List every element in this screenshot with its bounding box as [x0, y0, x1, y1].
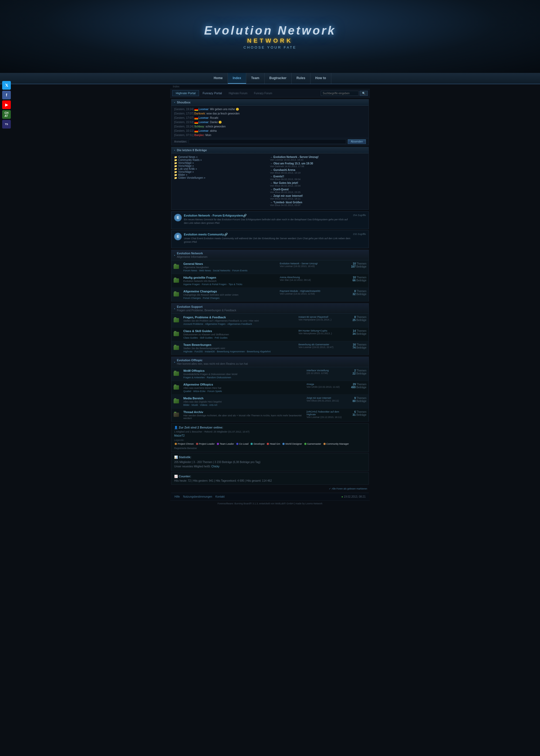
forum-sub-forumevents[interactable]: Forum Events [232, 269, 247, 272]
forum-last-title-changelogs[interactable]: Payment Module - Highrate/Instant/ID [280, 290, 339, 293]
last8-item-communityraids[interactable]: 📁Community Raids » [174, 159, 270, 162]
forum-info-archiv: Thread Archiv Hier werden Beiträge Archi… [181, 409, 305, 422]
search-input[interactable] [321, 91, 358, 96]
forum-sub-videos[interactable]: Videos [200, 404, 207, 406]
forum-sub-allgemeinefragen[interactable]: Allgemeine Fragen [205, 323, 226, 325]
forum-sub-bilder[interactable]: Bilder [183, 404, 190, 406]
forum-desc-faq: Evolution Network Info Bereich [183, 280, 275, 283]
forum-sub-forumportalfragen[interactable]: Forum & Portal Fragen [202, 283, 227, 286]
facebook-button[interactable]: f [2, 91, 11, 99]
last8-item-lobundkritik[interactable]: 📁Lob und Kritik » [174, 168, 270, 170]
forum-sub-tipstricks[interactable]: Tips & Tricks [228, 283, 242, 286]
last8-post-title-6[interactable]: → Duell-Quest [270, 188, 366, 191]
forum-sub-portalchanges[interactable]: Portal Changes [203, 297, 219, 300]
forum-title-media[interactable]: Media Bereich [183, 397, 302, 400]
forum-title-generalnews[interactable]: General News [183, 262, 275, 265]
nav-howto[interactable]: How to [311, 73, 331, 84]
forum-sub-forumnews[interactable]: Forum News [183, 269, 197, 272]
last8-post-title-3[interactable]: → Gurubashi Arena [270, 169, 366, 172]
forum-sub-skillguides[interactable]: Skill Guides [200, 336, 213, 339]
nav-rules[interactable]: Rules [292, 73, 311, 84]
forum-sub-forumchanges[interactable]: Forum Changes [183, 297, 201, 300]
shoutbox-submit[interactable]: Absenden [348, 139, 366, 144]
forum-last-title-archiv[interactable]: [ARCHIV] Todesnitter auf dem Highrate [307, 410, 347, 416]
forum-last-title-guides[interactable]: BH Hunter Strkung+Cuphs [298, 329, 343, 332]
forum-sub-musik[interactable]: Musik [192, 404, 198, 406]
mark-all-button[interactable]: ✓ Alle Foren als gelesen markieren [329, 487, 367, 490]
forum-sub-quattel[interactable]: Quattel [183, 390, 191, 393]
teamspeak-button[interactable]: TS [2, 120, 11, 129]
forum-title-fragen[interactable]: Fragen, Probleme & Feedback [183, 315, 294, 319]
ann-title-2[interactable]: Evolution meets Community🔗 [184, 233, 351, 236]
forum-sub-witzecke[interactable]: Witze-Ecke [193, 390, 206, 393]
nav-team[interactable]: Team [246, 73, 264, 84]
portal-tab-highrate[interactable]: Highrate Portal [172, 90, 199, 96]
forum-last-title-bewerbungen[interactable]: Bewerbung als Gamemaster [298, 343, 343, 346]
last8-item-gildenvorstellungen[interactable]: 📁Gilden Vorstellungen » [174, 176, 270, 179]
shoutbox-header: Shoutbox [172, 99, 368, 106]
folder-icon-wow [174, 372, 179, 376]
last8-post-title-4[interactable]: → Events!! [270, 175, 366, 178]
search-button[interactable]: 🔍 [360, 91, 368, 96]
last8-item-bilder[interactable]: 📁Bilder » [174, 173, 270, 176]
forum-sub-pveguides[interactable]: PvE Guides [215, 336, 228, 339]
last8-post-title-7[interactable]: → Zeigt mir euer Internet! [270, 194, 366, 197]
footer-link-hilfe[interactable]: Hilfe [175, 495, 180, 498]
forum-threads-generalnews: 10 [353, 262, 356, 265]
last8-item-vorschlaege3[interactable]: 📁Vorschläge » [174, 170, 270, 173]
forum-threads-media: 9 [354, 397, 356, 400]
forum-title-bewerbungen[interactable]: Team Bewerbungen [183, 343, 294, 346]
forum-sub-socialnetworks[interactable]: Social Networks [213, 269, 230, 272]
last8-post-title-8[interactable]: → *Limited- lässt Grüßen [270, 201, 366, 204]
nav-index[interactable]: Index [228, 73, 246, 84]
forum-sub-randomdiskuss[interactable]: Random Diskussionen [207, 376, 231, 379]
forum-last-title-allgofftopic[interactable]: #mega [307, 383, 347, 386]
forum-sub-highrate[interactable]: Highrate [183, 350, 193, 353]
forum-sub-fragenantw[interactable]: Fragen & Antworten [183, 376, 205, 379]
last8-post-title-1[interactable]: → Evolution Network - Server Umzug! [270, 156, 366, 159]
footer-link-nutzung[interactable]: Nutzungsbestimmungen [183, 495, 212, 498]
stats-title: 📊 Statistik: [174, 455, 366, 459]
forum-sub-instant30[interactable]: Instant30 [205, 350, 215, 353]
nav-home[interactable]: Home [209, 73, 228, 84]
forum-title-faq[interactable]: Häufig gestellte Fragen [183, 276, 275, 279]
forum-sub-allgemeinesfeedback[interactable]: Allgemeines Feedback [227, 323, 252, 325]
portal-tab-funrazy[interactable]: Funrazy Portal [199, 90, 225, 96]
forum-title-changelogs[interactable]: Allgemeine Changelogs [183, 290, 275, 293]
chat-button[interactable]: CHAT [2, 110, 11, 119]
last8-post-title-2[interactable]: → Obsi am Freitag 15.3. um 19:30 [270, 162, 366, 165]
forum-title-wow[interactable]: WoW Offtopics [183, 369, 302, 372]
forum-title-allgofftopic[interactable]: Allgemeine Offtopics [183, 383, 302, 386]
forum-last-title-media[interactable]: Zeigt mir euer Internet! [307, 397, 347, 399]
twitter-button[interactable]: 𝕏 [2, 81, 11, 90]
forum-last-title-wow[interactable]: Interface Vorstellung [307, 369, 347, 372]
last8-item-vorschlaege2[interactable]: 📁Vorschläge » [174, 165, 270, 168]
forum-last-title-faq[interactable]: Arena Abrechnung [280, 276, 339, 279]
forum-sub-fun255[interactable]: Fun255 [195, 350, 203, 353]
last8-item-generalnews[interactable]: 📁General News » [174, 156, 270, 159]
forum-title-archiv[interactable]: Thread Archiv [183, 410, 302, 414]
forum-sub-angenommen[interactable]: Bewerbung Angenommen [217, 350, 245, 353]
forum-sub-forumspiele[interactable]: Forum Spiele [207, 390, 222, 393]
forum-sub-ingamefragen[interactable]: Ingame Fragen [183, 283, 200, 286]
forum-sub-webnews[interactable]: Web News [199, 269, 211, 272]
forum-sub-classguides[interactable]: Class Guides [183, 336, 198, 339]
forum-last-generalnews: Evolution Network - Server Umzug! Von Lo… [278, 260, 341, 274]
footer-link-kontakt[interactable]: Kontakt [215, 495, 225, 498]
nav-bugtracker[interactable]: Bugtracker [265, 73, 292, 84]
shoutbox-text-input[interactable] [189, 139, 346, 144]
forum-sub-artsart[interactable]: Arts Art [209, 404, 217, 406]
forum-last-title-fragen[interactable]: Instant 80 server Playertreif [298, 315, 343, 318]
last8-item-vorschlaege1[interactable]: 📁Vorschläge » [174, 162, 270, 165]
forum-sub-accountprobleme[interactable]: Account Probleme [183, 323, 203, 325]
ann-title-1[interactable]: Evolution Network - Forum Erfolgssystem🔗 [184, 214, 351, 217]
youtube-button[interactable]: ▶ [2, 100, 11, 109]
online-legend: Project Chmon Project Leader Team Leader… [174, 442, 366, 446]
last8-post-meta-3: Von Ekus 09.02.2013, 10:19 [270, 172, 366, 174]
forum-sub-abgelehnt[interactable]: Bewerbung Abgelehnt [247, 350, 271, 353]
last8-post-title-5[interactable]: → Nur Gutes bis jetzt! [270, 182, 366, 185]
forum-last-title-generalnews[interactable]: Evolution Network - Server Umzug! [280, 262, 339, 265]
online-title-text: Zur Zeit sind 2 Benutzer online: [179, 426, 223, 429]
forum-row-bewerbungen: Team Bewerbungen Stellen Sie die Bewerbu… [172, 341, 369, 355]
forum-title-guides[interactable]: Class & Skill Guides [183, 329, 294, 333]
